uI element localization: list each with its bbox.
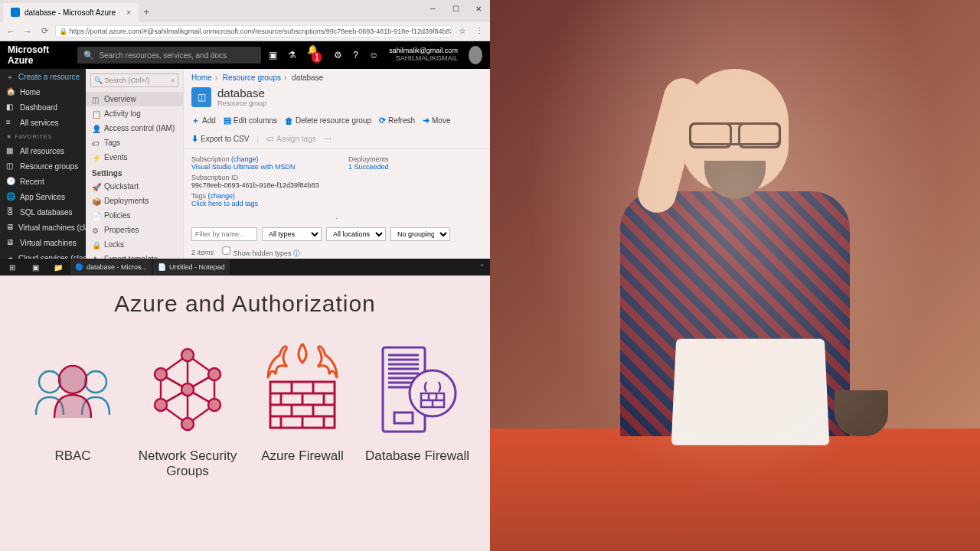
tab-close-icon[interactable]: × — [126, 8, 131, 17]
change-tags-link[interactable]: (change) — [208, 192, 236, 200]
cmd-move[interactable]: ➜Move — [423, 116, 450, 126]
nav-favorites-header: ★FAVORITES — [0, 130, 86, 143]
slide-title: Azure and Authorization — [0, 291, 490, 317]
slide-item-db-firewall: Database Firewall — [364, 340, 471, 479]
nav-recent[interactable]: 🕓Recent — [0, 174, 86, 189]
url-input[interactable]: 🔒 https://portal.azure.com/#@sahilmalikg… — [55, 25, 452, 37]
svg-point-20 — [208, 368, 220, 380]
nav-app-services[interactable]: 🌐App Services — [0, 189, 86, 204]
subscription-id: 99c78eeb-0693-461b-918e-f12d39f84b83 — [191, 181, 325, 189]
cmd-delete[interactable]: 🗑Delete resource group — [285, 116, 371, 126]
svg-point-18 — [181, 349, 194, 361]
tray-expand-icon[interactable]: ˄ — [475, 263, 488, 272]
show-hidden-toggle[interactable]: Show hidden types ⓘ — [221, 246, 300, 259]
nav-home[interactable]: 🏠Home — [0, 84, 86, 99]
nav-all-resources[interactable]: ▦All resources — [0, 143, 86, 158]
avatar[interactable] — [469, 46, 482, 64]
blade-overview[interactable]: ◫Overview — [86, 92, 183, 106]
resource-group-icon: ◫ — [191, 87, 211, 107]
taskbar-chrome[interactable]: 🔵database - Micros... — [70, 259, 152, 275]
cmd-more[interactable]: ⋯ — [324, 135, 332, 143]
crumb-home[interactable]: Home — [191, 73, 212, 82]
window-close-icon[interactable]: ✕ — [467, 0, 490, 17]
feedback-icon[interactable]: ☺ — [369, 50, 378, 60]
svg-point-0 — [39, 371, 60, 393]
nav-vm-classic[interactable]: 🖥Virtual machines (classic) — [0, 220, 86, 235]
new-tab-button[interactable]: + — [143, 6, 149, 21]
cmd-assign-tags[interactable]: 🏷Assign tags — [266, 135, 316, 143]
blade-access-control[interactable]: 👤Access control (IAM) — [86, 121, 183, 135]
cmd-export[interactable]: ⬇Export to CSV — [191, 134, 249, 144]
svg-point-23 — [181, 418, 194, 430]
filter-icon[interactable]: ⚗ — [288, 50, 296, 60]
deployments-link[interactable]: 1 Succeeded — [348, 163, 482, 171]
global-search[interactable]: 🔍 Search resources, services, and docs — [77, 47, 261, 64]
presentation-slide: Azure and Authorization RBAC — [0, 276, 490, 551]
start-button[interactable]: ⊞ — [2, 259, 23, 275]
nav-all-services[interactable]: ≡All services — [0, 115, 86, 130]
azure-logo[interactable]: Microsoft Azure — [8, 44, 70, 66]
cloud-shell-icon[interactable]: ▣ — [269, 50, 277, 60]
settings-icon[interactable]: ⚙ — [334, 50, 342, 60]
slide-item-azure-firewall: Azure Firewall — [249, 340, 356, 479]
nav-create-resource[interactable]: ＋Create a resource — [0, 69, 86, 84]
window-maximize-icon[interactable]: ☐ — [444, 0, 467, 17]
svg-point-22 — [208, 399, 220, 411]
blade-search[interactable]: 🔍 Search (Ctrl+/)« — [90, 73, 178, 87]
item-count: 2 items — [191, 249, 214, 256]
breadcrumb: Home› Resource groups› database — [184, 69, 490, 86]
filter-locations[interactable]: All locations — [326, 227, 386, 241]
help-icon[interactable]: ? — [353, 50, 358, 60]
change-subscription-link[interactable]: (change) — [231, 155, 259, 163]
blade-policies[interactable]: 📄Policies — [86, 208, 183, 223]
svg-point-19 — [155, 368, 167, 380]
subscription-link[interactable]: Visual Studio Ultimate with MSDN — [191, 163, 325, 171]
crumb-rg[interactable]: Resource groups — [223, 73, 281, 82]
nav-vm[interactable]: 🖥Virtual machines — [0, 235, 86, 250]
nav-resource-groups[interactable]: ◫Resource groups — [0, 158, 86, 174]
blade-locks[interactable]: 🔒Locks — [86, 237, 183, 252]
page-subtitle: Resource group — [217, 99, 266, 107]
blade-activity-log[interactable]: 📋Activity log — [86, 106, 183, 121]
command-bar: ＋Add ▤Edit columns 🗑Delete resource grou… — [184, 110, 490, 149]
svg-point-21 — [155, 399, 167, 411]
svg-rect-48 — [394, 412, 413, 423]
nav-dashboard[interactable]: ◧Dashboard — [0, 99, 86, 115]
task-view-icon[interactable]: ▣ — [24, 259, 46, 275]
blade-events[interactable]: ⚡Events — [86, 150, 183, 165]
network-icon — [142, 344, 234, 435]
blade-properties[interactable]: ⚙Properties — [86, 223, 183, 237]
notifications-icon[interactable]: 🔔1 — [307, 44, 323, 66]
window-minimize-icon[interactable]: ─ — [421, 0, 444, 17]
svg-point-1 — [85, 371, 106, 393]
back-button[interactable]: ← — [5, 27, 17, 36]
filter-name-input[interactable] — [191, 227, 257, 241]
blade-deployments[interactable]: 📦Deployments — [86, 194, 183, 208]
browser-tab[interactable]: database - Microsoft Azure × — [3, 3, 139, 21]
cmd-add[interactable]: ＋Add — [191, 115, 216, 126]
filter-grouping[interactable]: No grouping — [390, 227, 450, 241]
forward-button[interactable]: → — [21, 27, 34, 36]
page-title: database — [217, 86, 266, 99]
browser-tab-strip: database - Microsoft Azure × + ─ ☐ ✕ — [0, 0, 490, 21]
bookmark-icon[interactable]: ☆ — [456, 26, 469, 36]
firewall-icon — [256, 340, 348, 439]
essentials: Subscription (change) Visual Studio Ulti… — [184, 149, 490, 217]
nav-sql-databases[interactable]: 🗄SQL databases — [0, 204, 86, 220]
cmd-edit-columns[interactable]: ▤Edit columns — [224, 116, 277, 126]
blade-quickstart[interactable]: 🚀Quickstart — [86, 179, 183, 194]
blade-tags[interactable]: 🏷Tags — [86, 135, 183, 150]
user-account[interactable]: sahilmalik@gmail.com SAHILMALIKGMAIL — [389, 47, 458, 63]
browser-menu-icon[interactable]: ⋮ — [473, 26, 485, 36]
filter-row: All types All locations No grouping — [184, 224, 490, 244]
cmd-refresh[interactable]: ⟳Refresh — [379, 116, 415, 126]
add-tags-link[interactable]: Click here to add tags — [191, 200, 325, 207]
file-explorer-icon[interactable]: 📁 — [47, 259, 69, 275]
blade-settings-header: Settings — [86, 165, 183, 179]
reload-button[interactable]: ⟳ — [38, 26, 51, 36]
tab-title: database - Microsoft Azure — [24, 8, 116, 17]
rbac-icon — [27, 355, 119, 424]
filter-types[interactable]: All types — [262, 227, 322, 241]
slide-item-rbac: RBAC — [19, 340, 126, 479]
taskbar-notepad[interactable]: 📄Untitled - Notepad — [153, 259, 230, 275]
